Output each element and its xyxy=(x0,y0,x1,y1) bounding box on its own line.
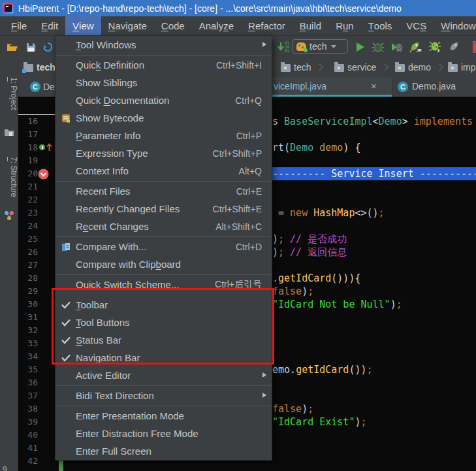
menu-separator xyxy=(56,406,271,406)
menu-item-label: Active Editor xyxy=(76,370,131,381)
code-line: "IdCard Not be Null"); xyxy=(272,298,402,311)
menu-item-label: Recently Changed Files xyxy=(76,203,180,214)
code-line: false); xyxy=(272,285,313,298)
line-number: 42 xyxy=(18,455,38,468)
menu-item-enter-presentation-mode[interactable]: Enter Presentation Mode xyxy=(56,407,272,425)
menubar-item-edit[interactable]: Edit xyxy=(34,16,65,35)
menubar-item-view[interactable]: View xyxy=(65,16,101,35)
menu-item-active-editor[interactable]: Active Editor xyxy=(56,366,272,384)
run-configuration-select[interactable]: tech xyxy=(292,39,348,54)
implements-up-arrow-icon[interactable] xyxy=(39,143,52,152)
menu-item-show-siblings[interactable]: Show Siblings xyxy=(56,74,272,91)
menubar-item-tools[interactable]: Tools xyxy=(361,16,400,35)
menu-item-label: Bidi Text Direction xyxy=(76,390,154,401)
run-icon[interactable] xyxy=(353,41,367,54)
code-token: ; xyxy=(278,233,284,245)
run-with-coverage-icon[interactable] xyxy=(390,41,404,54)
menu-item-enter-distraction-free-mode[interactable]: Enter Distraction Free Mode xyxy=(56,425,272,442)
menu-item-tool-windows[interactable]: Tool Windows xyxy=(56,36,272,54)
debug-icon[interactable] xyxy=(371,41,385,54)
menu-item-context-info[interactable]: Context InfoAlt+Q xyxy=(56,162,272,180)
tab-demo-java[interactable]: Demo.java xyxy=(412,81,456,91)
service-insert-banner: --------- Service Insert ---------------… xyxy=(272,167,476,180)
sidebar-item-project[interactable]: 1: Project xyxy=(0,77,18,110)
left-tab-label[interactable]: De xyxy=(43,82,55,92)
menu-item-label: Parameter Info xyxy=(76,130,140,141)
chevron-right-icon xyxy=(316,63,323,71)
menubar-item-run[interactable]: Run xyxy=(328,16,361,35)
sidebar-item-structure[interactable]: 7: Structure xyxy=(0,157,18,197)
menu-item-label: Compare with Clipboard xyxy=(76,259,181,270)
menubar-item-code[interactable]: Code xyxy=(154,16,192,35)
menu-separator xyxy=(56,385,271,386)
menubar-item-navigate[interactable]: Navigate xyxy=(101,16,154,35)
menu-item-expression-type[interactable]: Expression TypeCtrl+Shift+P xyxy=(56,144,272,162)
code-token: emo. xyxy=(272,364,296,376)
breadcrumb-item-demo[interactable]: demo xyxy=(395,57,445,77)
breadcrumb-item-imp[interactable]: imp xyxy=(448,57,476,77)
diff-icon xyxy=(56,242,76,252)
line-number: 26 xyxy=(18,246,38,259)
line-number: 33 xyxy=(18,337,38,350)
code-line: false); xyxy=(272,402,313,415)
code-token: ) { xyxy=(343,142,360,154)
menu-shortcut: Alt+Shift+C xyxy=(215,221,272,232)
code-token: BaseServiceImpl xyxy=(284,116,372,127)
code-token: new xyxy=(290,207,308,219)
menu-shortcut: Ctrl+Shift+I xyxy=(216,60,272,71)
chevron-right-icon xyxy=(436,63,443,71)
jrebel-debug-icon[interactable]: J xyxy=(428,41,443,54)
red-highlight-box xyxy=(52,288,274,365)
menu-item-label: Expression Type xyxy=(76,148,148,159)
code-token: // 返回信息 xyxy=(284,246,347,258)
menu-item-recently-changed-files[interactable]: Recently Changed FilesCtrl+Shift+E xyxy=(56,200,272,218)
menu-item-compare-with[interactable]: Compare With...Ctrl+D xyxy=(56,238,272,255)
line-number: 35 xyxy=(18,363,38,376)
line-number: 25 xyxy=(18,233,38,246)
menu-item-recent-changes[interactable]: Recent ChangesAlt+Shift+C xyxy=(56,218,272,235)
clipped-toolbar-icon xyxy=(473,41,476,53)
tab-close-icon[interactable]: × xyxy=(371,80,377,91)
left-tab[interactable]: C xyxy=(30,82,40,92)
menu-item-label: Enter Presentation Mode xyxy=(76,410,184,421)
menu-item-bidi-text-direction[interactable]: Bidi Text Direction xyxy=(56,387,272,404)
save-all-icon[interactable] xyxy=(24,41,38,54)
update-project-icon[interactable]: 011001 xyxy=(275,41,292,54)
menubar-item-refactor[interactable]: Refactor xyxy=(241,16,293,35)
menu-item-enter-full-screen[interactable]: Enter Full Screen xyxy=(56,442,272,460)
overridden-marker-icon[interactable] xyxy=(38,169,49,180)
menu-separator xyxy=(56,236,271,237)
menu-item-recent-files[interactable]: Recent FilesCtrl+E xyxy=(56,182,272,200)
menu-shortcut: Ctrl+P xyxy=(236,131,272,141)
jrebel-run-icon[interactable]: JR xyxy=(409,41,423,54)
folder-icon xyxy=(448,64,458,72)
menu-item-quick-documentation[interactable]: Quick DocumentationCtrl+Q xyxy=(56,91,272,109)
code-token: s xyxy=(272,116,284,127)
tab-selected-label[interactable]: viceImpl.java xyxy=(274,81,326,91)
synchronize-icon[interactable] xyxy=(40,41,55,54)
menubar-item-vcs[interactable]: VCS xyxy=(399,16,434,35)
menu-item-parameter-info[interactable]: Parameter InfoCtrl+P xyxy=(56,127,272,144)
chevron-down-icon xyxy=(331,45,336,48)
menubar-item-window[interactable]: Window xyxy=(434,16,476,35)
open-project-icon[interactable] xyxy=(5,41,20,54)
code-line: s BaseServiceImpl<Demo> implements xyxy=(272,115,473,128)
code-token: // 是否成功 xyxy=(284,233,347,245)
code-token: ) xyxy=(302,285,308,297)
menu-item-label: Tool Windows xyxy=(76,39,136,50)
cheetah-run-config-icon xyxy=(296,42,306,51)
line-number: 20 xyxy=(18,167,38,180)
code-line: ); // 是否成功 xyxy=(272,233,347,246)
menubar-item-analyze[interactable]: Analyze xyxy=(192,16,241,35)
breadcrumb-label: imp xyxy=(461,62,476,73)
breadcrumb-item-tech[interactable]: tech xyxy=(281,57,325,77)
menu-item-compare-with-clipboard[interactable]: Compare with Clipboard xyxy=(56,255,272,273)
breadcrumb-item-service[interactable]: service xyxy=(334,57,390,77)
menu-item-show-bytecode[interactable]: Show Bytecode xyxy=(56,109,272,127)
menu-item-quick-definition[interactable]: Quick DefinitionCtrl+Shift+I xyxy=(56,56,272,74)
module-icon xyxy=(24,64,33,72)
structure-tool-icon[interactable] xyxy=(4,210,14,221)
menubar-item-build[interactable]: Build xyxy=(293,16,328,35)
menubar-item-file[interactable]: File xyxy=(4,16,34,35)
project-tool-icon[interactable] xyxy=(4,128,14,138)
